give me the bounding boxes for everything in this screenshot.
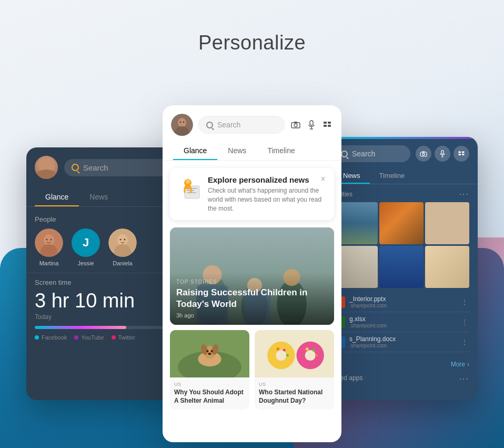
svg-rect-17 [294,122,297,123]
activities-menu[interactable]: ··· [459,190,469,199]
svg-point-13 [180,122,182,123]
screen-time-label: Screen time [35,278,176,286]
news-time: 3h ago [176,312,328,318]
tabs-container-center: Glance News Timeline [163,141,341,161]
file-menu-1[interactable]: ⋮ [461,298,469,306]
file-domain-2: .sharepoint.com [349,323,457,328]
svg-point-56 [283,349,286,352]
news-headline: Raising Successful Children in Today's W… [176,287,328,310]
file-item[interactable]: P _Interior.pptx .sharepoint.com ⋮ [334,292,469,312]
progress-bar [35,326,176,329]
microphone-icon[interactable] [306,119,317,131]
news-small-row: US Why You Should Adopt A Shelter Animal [170,330,334,409]
photo-grid [334,202,469,288]
file-list: P _Interior.pptx .sharepoint.com ⋮ X g.x… [334,292,469,352]
legend-dot-twitter [112,335,116,340]
svg-point-9 [124,239,126,241]
person-avatar-jessie: J [72,228,100,257]
notification-body: Check out what's happening around the wo… [208,186,327,213]
file-info-3: s_Planning.docx .sharepoint.com [349,335,457,349]
more-row[interactable]: More › [325,356,478,372]
svg-point-30 [186,180,190,184]
recently-used-label: used apps ··· [325,372,478,386]
grid-icon[interactable] [321,119,333,131]
tab-news[interactable]: News [79,187,118,206]
news-hero-card[interactable]: TOP STORIES Raising Successful Children … [170,227,334,325]
person-avatar-daniela [108,228,137,257]
search-bar-center[interactable]: Search [198,116,285,134]
tab-timeline-right[interactable]: Timeline [370,167,415,184]
svg-point-11 [178,118,186,127]
svg-rect-71 [459,154,461,155]
news-small-category-1: US [174,382,245,387]
microphone-icon-right[interactable] [435,146,450,162]
person-name-martina: Martina [39,260,59,266]
svg-point-60 [306,347,309,351]
svg-rect-21 [324,122,327,124]
tab-timeline-center[interactable]: Timeline [257,141,305,160]
svg-point-51 [208,353,211,355]
svg-point-62 [315,354,318,357]
notification-illustration [177,175,201,200]
progress-bar-fill [35,326,126,329]
svg-point-16 [294,124,297,127]
news-small-body-2: US Who Started National Doughnut Day? [255,377,334,409]
grid-icon-right[interactable] [453,146,469,162]
svg-rect-70 [462,152,465,153]
photo-group[interactable] [425,246,469,288]
search-bar[interactable]: Search [64,159,176,176]
camera-icon[interactable] [290,119,301,131]
legend-facebook: Facebook [35,334,67,341]
apps-menu[interactable]: ··· [459,374,469,384]
svg-rect-72 [462,154,465,155]
center-card-header: Search [163,105,341,136]
news-small-image-2 [255,330,334,377]
svg-point-59 [305,350,316,361]
file-menu-3[interactable]: ⋮ [461,338,469,346]
svg-rect-23 [324,125,327,127]
news-small-card-1[interactable]: US Why You Should Adopt A Shelter Animal [170,330,249,409]
page-title: Personalize [0,0,504,54]
file-name-3: s_Planning.docx [349,335,457,343]
header-icons-right [416,146,469,162]
file-item[interactable]: X g.xlsx .sharepoint.com ⋮ [334,312,469,332]
person-item[interactable]: Martina [35,228,63,266]
file-domain-3: .sharepoint.com [349,343,457,349]
news-small-card-2[interactable]: US Who Started National Doughnut Day? [255,330,334,409]
search-bar-right[interactable]: Search [334,145,410,162]
social-legend: Facebook YouTube Twitter [35,334,176,341]
tab-news-center[interactable]: News [217,141,257,160]
svg-point-55 [276,347,279,351]
photo-3[interactable] [425,202,469,244]
notification-text: Explore personalized news Check out what… [208,175,327,213]
screen-time-sub: Today [35,313,176,321]
legend-twitter: Twitter [112,334,135,341]
legend-dot-youtube [74,335,78,340]
people-label: People [35,215,176,223]
svg-point-31 [185,184,191,190]
tab-glance[interactable]: Glance [35,187,79,206]
camera-icon-right[interactable] [416,146,431,162]
person-item[interactable]: J Jessie [72,228,100,266]
svg-rect-66 [441,151,443,154]
svg-point-1 [44,234,54,246]
file-name-2: g.xlsx [349,315,457,323]
svg-point-54 [276,350,286,361]
photo-autumn[interactable] [379,202,424,244]
tabs-container-right: News Timeline [325,167,478,184]
svg-point-3 [46,239,48,241]
svg-point-57 [286,354,289,357]
file-item[interactable]: W s_Planning.docx .sharepoint.com ⋮ [334,332,469,352]
notification-card: Explore personalized news Check out what… [170,168,334,220]
avatar-center [171,114,193,136]
close-button[interactable]: × [317,173,329,185]
svg-rect-18 [310,121,313,125]
search-icon [72,164,79,171]
person-item[interactable]: Daniela [108,228,137,266]
photo-ocean[interactable] [379,246,424,288]
file-menu-2[interactable]: ⋮ [461,318,469,326]
tab-glance-center[interactable]: Glance [173,141,217,160]
people-section: People Martina [26,209,184,273]
search-icon-right [341,151,348,157]
header-icons [290,119,333,131]
